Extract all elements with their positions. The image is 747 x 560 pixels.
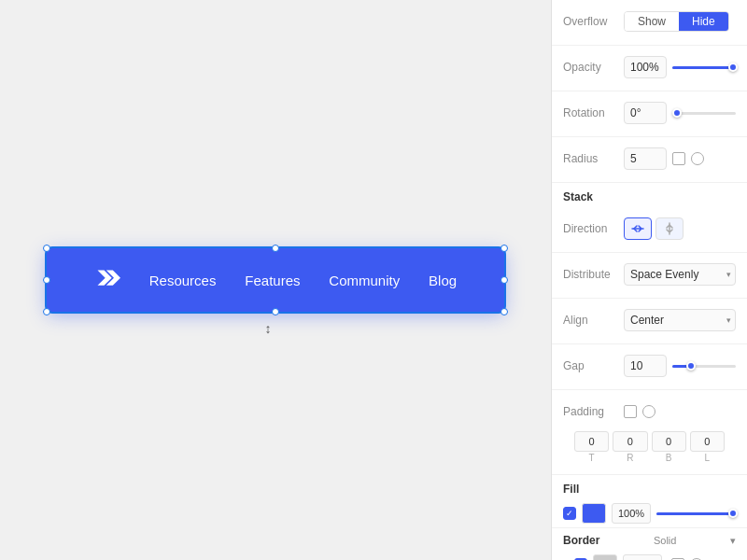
border-width-input[interactable]	[623, 554, 662, 560]
nav-component[interactable]: Resources Features Community Blog	[47, 248, 504, 312]
padding-section: Padding T R B L	[552, 390, 747, 475]
opacity-section: Opacity	[552, 46, 747, 91]
align-label: Align	[563, 314, 624, 327]
direction-horizontal-button[interactable]	[624, 217, 652, 240]
gap-label: Gap	[563, 359, 624, 372]
padding-checkboxes	[624, 405, 736, 418]
radius-square-icon[interactable]	[672, 152, 685, 165]
nav-item-resources[interactable]: Resources	[149, 273, 217, 288]
border-controls-row: ✓	[563, 551, 736, 560]
distribute-dropdown-wrap[interactable]: Space Evenly Space Between Space Around …	[624, 263, 736, 286]
align-select[interactable]: Center Start End Stretch	[624, 309, 736, 331]
padding-t-input[interactable]	[574, 431, 609, 452]
radius-input[interactable]	[624, 147, 667, 170]
direction-row: Direction	[563, 215, 736, 243]
padding-l-cell: L	[690, 431, 725, 463]
handle-tm[interactable]	[272, 245, 279, 252]
canvas: Resources Features Community Blog ↕	[0, 0, 551, 560]
rotation-row: Rotation	[563, 99, 736, 127]
rotation-thumb[interactable]	[672, 108, 682, 118]
opacity-row: Opacity	[563, 53, 736, 81]
distribute-select[interactable]: Space Evenly Space Between Space Around	[624, 263, 736, 286]
nav-item-features[interactable]: Features	[245, 273, 300, 288]
handle-bl[interactable]	[43, 308, 50, 315]
resize-handle-bottom[interactable]: ↕	[265, 321, 272, 336]
padding-square-icon[interactable]	[624, 405, 637, 418]
distribute-row: Distribute Space Evenly Space Between Sp…	[563, 260, 736, 288]
opacity-thumb[interactable]	[728, 63, 738, 72]
radius-link-icon[interactable]	[691, 152, 704, 165]
padding-r-input[interactable]	[613, 431, 647, 452]
gap-slider-thumb[interactable]	[686, 361, 696, 371]
fill-checkbox[interactable]: ✓	[563, 507, 576, 520]
fill-color-swatch[interactable]	[582, 503, 606, 524]
overflow-row: Overflow Show Hide	[563, 7, 736, 35]
border-type-arrow[interactable]: ▾	[730, 535, 736, 547]
handle-bm[interactable]	[272, 308, 279, 315]
padding-label: Padding	[563, 405, 624, 418]
overflow-toggle[interactable]: Show Hide	[624, 11, 729, 32]
gap-input[interactable]	[624, 355, 667, 377]
radius-section: Radius	[552, 137, 747, 183]
fill-title: Fill	[552, 475, 747, 499]
rotation-section: Rotation	[552, 91, 747, 137]
padding-b-label: B	[652, 453, 686, 463]
overflow-show-button[interactable]: Show	[625, 12, 679, 31]
right-panel: Overflow Show Hide Opacity Rotati	[551, 0, 747, 560]
overflow-label: Overflow	[563, 15, 624, 28]
padding-link-icon[interactable]	[642, 405, 655, 418]
border-section: Border Solid ▾ ✓	[552, 527, 747, 560]
padding-row-header: Padding	[563, 398, 736, 426]
fill-opacity-slider[interactable]	[656, 512, 736, 515]
distribute-label: Distribute	[563, 268, 624, 281]
direction-label: Direction	[563, 222, 624, 235]
align-dropdown-wrap[interactable]: Center Start End Stretch ▾	[624, 309, 736, 331]
border-type-label: Solid	[654, 535, 676, 546]
checkbox-check-icon: ✓	[566, 509, 573, 518]
rotation-slider[interactable]	[672, 112, 736, 115]
fill-row: ✓	[552, 499, 747, 527]
handle-ml[interactable]	[43, 276, 50, 284]
rotation-value	[624, 102, 736, 124]
opacity-slider[interactable]	[672, 66, 736, 69]
rotation-input[interactable]	[624, 102, 667, 124]
padding-b-input[interactable]	[652, 431, 686, 452]
fill-opacity-fill	[656, 512, 736, 515]
gap-slider[interactable]	[672, 365, 736, 368]
padding-r-cell: R	[613, 431, 647, 463]
distribute-section: Distribute Space Evenly Space Between Sp…	[552, 253, 747, 299]
nav-item-community[interactable]: Community	[329, 273, 400, 288]
handle-br[interactable]	[500, 308, 508, 315]
handle-tr[interactable]	[500, 245, 508, 252]
direction-value	[624, 217, 736, 240]
opacity-fill	[672, 66, 736, 69]
direction-vertical-button[interactable]	[655, 217, 684, 240]
padding-r-label: R	[613, 453, 647, 463]
gap-row: Gap	[563, 352, 736, 380]
padding-t-cell: T	[574, 431, 609, 463]
fill-opacity-input[interactable]	[612, 503, 651, 524]
padding-inputs-row: T R B L	[563, 427, 736, 467]
rotation-label: Rotation	[563, 106, 624, 119]
padding-l-input[interactable]	[690, 431, 725, 452]
gap-value	[624, 355, 736, 377]
direction-section: Direction	[552, 207, 747, 253]
border-color-swatch[interactable]	[593, 554, 617, 560]
align-section: Align Center Start End Stretch ▾	[552, 299, 747, 344]
handle-mr[interactable]	[500, 276, 508, 284]
align-row: Align Center Start End Stretch ▾	[563, 306, 736, 334]
handle-tl[interactable]	[43, 245, 50, 252]
radius-label: Radius	[563, 152, 624, 165]
border-header: Border Solid ▾	[563, 534, 736, 547]
opacity-value	[624, 56, 736, 78]
opacity-input[interactable]	[624, 56, 667, 78]
fill-opacity-thumb[interactable]	[728, 509, 738, 518]
radius-value	[624, 147, 736, 170]
nav-logo	[94, 267, 120, 293]
overflow-value: Show Hide	[624, 11, 736, 32]
overflow-section: Overflow Show Hide	[552, 0, 747, 46]
nav-item-blog[interactable]: Blog	[429, 273, 457, 288]
padding-l-label: L	[690, 453, 725, 463]
padding-t-label: T	[574, 453, 609, 463]
overflow-hide-button[interactable]: Hide	[679, 12, 728, 31]
